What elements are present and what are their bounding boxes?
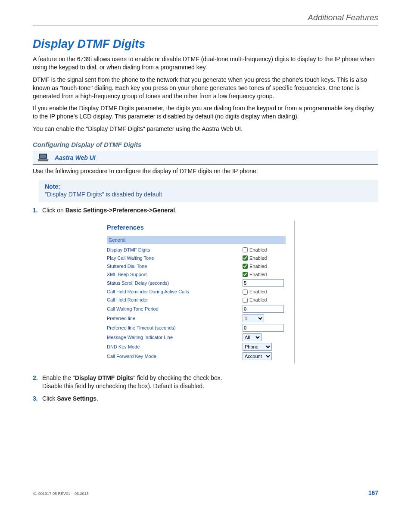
step-field-name: Display DTMF Digits <box>75 374 133 381</box>
note-box: Note: "Display DTMF Digits" is disabled … <box>39 180 378 202</box>
pref-row-status-scroll: Status Scroll Delay (seconds) <box>107 278 286 288</box>
preferences-heading: Preferences <box>107 223 286 232</box>
note-body: "Display DTMF Digits" is disabled by def… <box>45 191 372 198</box>
pref-row-call-waiting-period: Call Waiting Tone Period <box>107 304 286 314</box>
pref-label: Call Hold Reminder <box>107 297 193 303</box>
step-text: Disable this field by unchecking the box… <box>42 383 204 389</box>
note-title: Note: <box>45 183 372 190</box>
enabled-label: Enabled <box>249 297 267 303</box>
body-paragraph: You can enable the "Display DTMF Digits"… <box>33 125 378 133</box>
step-text: Enable the " <box>42 374 75 381</box>
preferences-group-general: General <box>107 236 286 244</box>
pref-label: Preferred line <box>107 315 193 322</box>
steps-list: Click on Basic Settings->Preferences->Ge… <box>33 206 378 403</box>
enabled-label: Enabled <box>249 271 267 278</box>
pref-label: Message Waiting Indicator Line <box>107 334 193 341</box>
play-call-waiting-checkbox[interactable] <box>243 255 248 261</box>
xml-beep-checkbox[interactable] <box>243 272 248 277</box>
page-number: 167 <box>368 489 378 496</box>
laptop-icon <box>37 153 50 162</box>
pref-row-call-hold-active: Call Hold Reminder During Active Calls E… <box>107 288 286 296</box>
svg-rect-1 <box>40 155 47 158</box>
pref-row-display-dtmf: Display DTMF Digits Enabled <box>107 246 286 254</box>
page-title: Display DTMF Digits <box>33 37 378 51</box>
pref-label: Play Call Waiting Tone <box>107 255 193 261</box>
pref-label: Preferred line Timeout (seconds) <box>107 325 193 331</box>
preferred-line-select[interactable]: 1 <box>243 314 264 322</box>
webui-label: Aastra Web UI <box>55 154 96 161</box>
webui-bar: Aastra Web UI <box>33 151 378 165</box>
body-paragraph: A feature on the 6739i allows users to e… <box>33 55 378 72</box>
doc-id: 41-001317-05 REV01 – 06.2013 <box>33 492 89 496</box>
preferred-line-timeout-input[interactable] <box>243 324 284 332</box>
cfwd-mode-select[interactable]: Account <box>243 352 272 360</box>
call-waiting-period-input[interactable] <box>243 305 284 313</box>
pref-row-mwi-line: Message Waiting Indicator Line All <box>107 333 286 342</box>
enabled-label: Enabled <box>249 263 267 270</box>
step-2: Enable the "Display DTMF Digits" field b… <box>33 374 378 390</box>
mwi-line-select[interactable]: All <box>243 333 262 341</box>
pref-row-stuttered-dial: Stuttered Dial Tone Enabled <box>107 262 286 271</box>
enabled-label: Enabled <box>249 255 267 261</box>
dnd-mode-select[interactable]: Phone <box>243 343 272 351</box>
step-text: . <box>97 395 98 402</box>
step-text: Click on <box>42 207 65 214</box>
breadcrumb: Additional Features <box>33 13 378 25</box>
enabled-label: Enabled <box>249 289 267 295</box>
pref-row-play-call-waiting: Play Call Waiting Tone Enabled <box>107 254 286 262</box>
step-text: " field by checking the check box. <box>133 374 222 381</box>
step-text: Click <box>42 395 57 402</box>
call-hold-active-checkbox[interactable] <box>243 289 248 295</box>
pref-label: Stuttered Dial Tone <box>107 263 193 270</box>
intro-line: Use the following procedure to configure… <box>33 167 378 175</box>
pref-label: Display DTMF Digits <box>107 247 193 253</box>
step-text: . <box>175 207 177 214</box>
pref-row-preferred-line: Preferred line 1 <box>107 314 286 323</box>
pref-row-call-hold-reminder: Call Hold Reminder Enabled <box>107 296 286 304</box>
pref-row-dnd-mode: DND Key Mode Phone <box>107 342 286 352</box>
stuttered-dial-checkbox[interactable] <box>243 264 248 269</box>
display-dtmf-checkbox[interactable] <box>243 247 248 252</box>
page-footer: 41-001317-05 REV01 – 06.2013 167 <box>33 489 378 496</box>
pref-row-preferred-line-timeout: Preferred line Timeout (seconds) <box>107 323 286 333</box>
pref-row-xml-beep: XML Beep Support Enabled <box>107 271 286 279</box>
pref-label: Call Waiting Tone Period <box>107 306 193 312</box>
pref-label: Call Forward Key Mode <box>107 353 193 360</box>
save-settings-label: Save Settings <box>57 395 97 402</box>
pref-label: Call Hold Reminder During Active Calls <box>107 289 193 295</box>
pref-label: Status Scroll Delay (seconds) <box>107 280 193 286</box>
enabled-label: Enabled <box>249 247 267 253</box>
pref-label: DND Key Mode <box>107 344 193 350</box>
pref-label: XML Beep Support <box>107 271 193 278</box>
step-path: Basic Settings->Preferences->General <box>65 207 175 214</box>
preferences-figure: Preferences General Display DTMF Digits … <box>107 221 295 364</box>
step-1: Click on Basic Settings->Preferences->Ge… <box>33 206 378 364</box>
subheading: Configuring Display of DTMF Digits <box>33 141 378 148</box>
pref-row-cfwd-mode: Call Forward Key Mode Account <box>107 352 286 361</box>
call-hold-reminder-checkbox[interactable] <box>243 298 248 303</box>
step-3: Click Save Settings. <box>33 395 378 403</box>
status-scroll-input[interactable] <box>243 279 284 287</box>
body-paragraph: If you enable the Display DTMF Digits pa… <box>33 104 378 121</box>
body-paragraph: DTMF is the signal sent from the phone t… <box>33 76 378 100</box>
